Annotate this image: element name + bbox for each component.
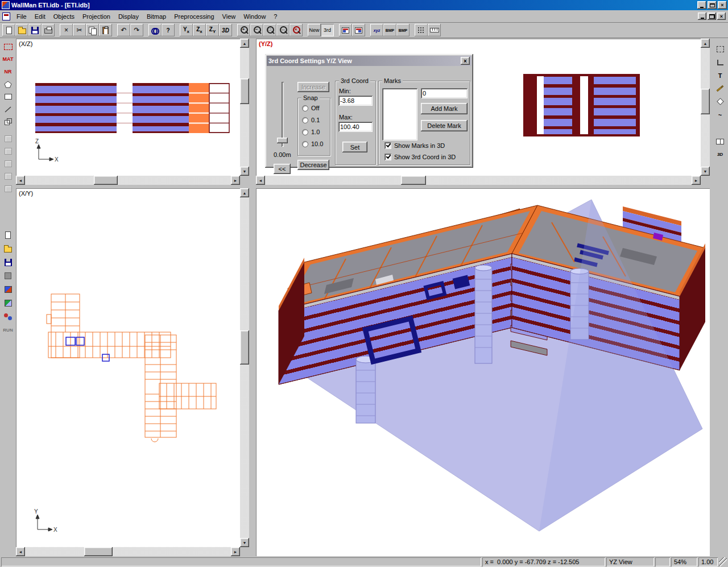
- dialog-close-button[interactable]: ×: [461, 57, 470, 65]
- menu-help[interactable]: ?: [270, 12, 281, 21]
- close-button[interactable]: ×: [718, 1, 727, 9]
- scroll-right-icon[interactable]: ►: [231, 176, 240, 185]
- material-catalog-button[interactable]: [1, 296, 15, 310]
- preprocess-button[interactable]: [1, 310, 15, 324]
- tool-scale[interactable]: [1, 183, 15, 195]
- xz-view-canvas[interactable]: Z X: [16, 39, 240, 176]
- mdi-minimize-button[interactable]: [698, 13, 706, 20]
- view-3d-button[interactable]: 3D: [219, 24, 232, 36]
- corner-tool[interactable]: [713, 56, 727, 69]
- radio-circle[interactable]: [302, 105, 308, 111]
- decrease-button[interactable]: Decrease: [297, 160, 329, 170]
- menu-objects[interactable]: Objects: [49, 12, 78, 21]
- increase-button[interactable]: Increase: [297, 82, 329, 92]
- set-button[interactable]: Set: [342, 142, 367, 152]
- snap-100-radio[interactable]: 10.0: [302, 140, 323, 147]
- xy-view-canvas[interactable]: Y X: [16, 188, 240, 547]
- scroll-thumb[interactable]: [701, 89, 710, 114]
- scroll-right-icon[interactable]: ►: [692, 176, 701, 185]
- menu-display[interactable]: Display: [114, 12, 143, 21]
- viewport-xz[interactable]: (X/Z) Z: [16, 39, 249, 185]
- minimize-button[interactable]: [697, 1, 706, 9]
- maximize-button[interactable]: [708, 1, 717, 9]
- tool-mirror[interactable]: [1, 170, 15, 183]
- delete-button[interactable]: ×: [60, 24, 73, 36]
- scroll-down-icon[interactable]: ▼: [240, 538, 249, 547]
- marks-listbox[interactable]: [382, 88, 417, 140]
- scroll-up-icon[interactable]: ▲: [240, 188, 249, 197]
- view-zx-button[interactable]: Zx: [193, 24, 206, 36]
- grid-toggle-button[interactable]: [415, 24, 428, 36]
- menu-preprocessing[interactable]: Preprocessing: [170, 12, 218, 21]
- pencil-tool[interactable]: [713, 82, 727, 95]
- dashed-rect-tool[interactable]: [713, 43, 727, 56]
- new-database-button[interactable]: [1, 228, 15, 242]
- resize-grip[interactable]: [719, 557, 727, 566]
- display-settings-button[interactable]: [352, 24, 365, 36]
- yz-horizontal-scrollbar[interactable]: ◄ ►: [256, 176, 701, 185]
- ruler-button[interactable]: [428, 24, 441, 36]
- xz-horizontal-scrollbar[interactable]: ◄ ►: [16, 176, 240, 185]
- convert-button[interactable]: [1, 283, 15, 296]
- checkbox-box[interactable]: [384, 154, 391, 160]
- scroll-thumb[interactable]: [84, 547, 113, 556]
- save-database-button[interactable]: [1, 255, 15, 269]
- third-coord-button[interactable]: 3rd: [321, 24, 334, 36]
- zoom-in-button[interactable]: +: [237, 24, 250, 36]
- select-region-tool[interactable]: [1, 40, 15, 53]
- yz-vertical-scrollbar[interactable]: ▲ ▼: [701, 39, 710, 176]
- box-tool[interactable]: [1, 115, 15, 128]
- snap-01-radio[interactable]: 0.1: [302, 117, 320, 123]
- nr-mode-button[interactable]: NR: [1, 65, 15, 78]
- menu-projection[interactable]: Projection: [78, 12, 114, 21]
- viewport-3d[interactable]: [256, 188, 710, 556]
- scroll-down-icon[interactable]: ▼: [701, 167, 710, 176]
- three-d-view-canvas[interactable]: [256, 188, 710, 556]
- redo-button[interactable]: ↷: [130, 24, 143, 36]
- delete-mark-button[interactable]: Delete Mark: [421, 120, 468, 131]
- coord-slider-track[interactable]: [282, 82, 284, 147]
- mark-value-input[interactable]: [421, 88, 468, 98]
- tool-move[interactable]: [1, 145, 15, 158]
- coord-slider-thumb[interactable]: [277, 138, 288, 143]
- radio-circle[interactable]: [302, 141, 308, 147]
- bmp-import-button[interactable]: BMP: [396, 24, 410, 36]
- scroll-left-icon[interactable]: ◄: [16, 176, 25, 185]
- scroll-left-icon[interactable]: ◄: [16, 547, 25, 556]
- wave-tool[interactable]: ~: [713, 108, 727, 121]
- catalog-button[interactable]: [713, 135, 727, 148]
- scroll-thumb[interactable]: [401, 176, 426, 185]
- xz-vertical-scrollbar[interactable]: ▲ ▼: [240, 39, 249, 176]
- undo-button[interactable]: ↶: [117, 24, 130, 36]
- min-input[interactable]: [338, 96, 373, 106]
- document-icon[interactable]: [2, 13, 10, 20]
- tool-rotate[interactable]: [1, 158, 15, 170]
- zoom-out-button[interactable]: −: [250, 24, 263, 36]
- add-mark-button[interactable]: Add Mark: [421, 103, 468, 114]
- scroll-thumb[interactable]: [240, 330, 249, 365]
- menu-file[interactable]: File: [13, 12, 31, 21]
- run-button[interactable]: RUN: [1, 324, 15, 336]
- titlebar[interactable]: WallMan ETI.idb - [ETI.idb] ×: [0, 0, 728, 10]
- view-yx-button[interactable]: Yx: [180, 24, 193, 36]
- menu-window[interactable]: Window: [239, 12, 270, 21]
- scroll-thumb[interactable]: [240, 78, 249, 104]
- scroll-left-icon[interactable]: ◄: [256, 176, 265, 185]
- open-button[interactable]: [15, 24, 28, 36]
- grid-settings-button[interactable]: [339, 24, 352, 36]
- view-3d-toggle[interactable]: 3D: [713, 148, 727, 161]
- radio-circle[interactable]: [302, 129, 308, 135]
- xyz-coords-button[interactable]: xyz: [370, 24, 383, 36]
- show-marks-checkbox[interactable]: Show Marks in 3D: [384, 142, 445, 149]
- new-view-button[interactable]: New: [308, 24, 321, 36]
- open-database-button[interactable]: [1, 242, 15, 255]
- xy-vertical-scrollbar[interactable]: ▲ ▼: [240, 188, 249, 547]
- line-tool[interactable]: [1, 103, 15, 115]
- view-zy-button[interactable]: ZY: [206, 24, 219, 36]
- scroll-right-icon[interactable]: ►: [231, 547, 240, 556]
- menu-edit[interactable]: Edit: [31, 12, 49, 21]
- save-button[interactable]: [28, 24, 42, 36]
- polygon-tool[interactable]: [1, 78, 15, 90]
- max-input[interactable]: [338, 122, 373, 132]
- zoom-drag-button[interactable]: ↔: [276, 24, 289, 36]
